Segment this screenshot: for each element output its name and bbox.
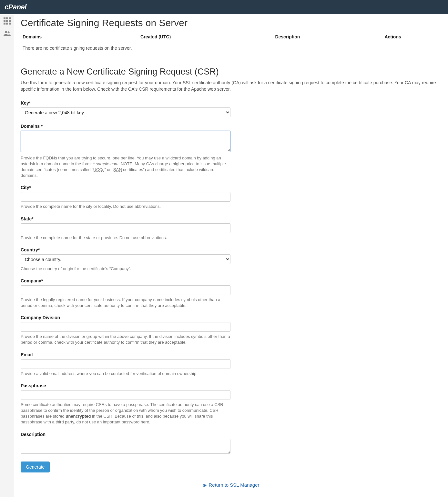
return-link-label: Return to SSL Manager bbox=[209, 482, 259, 488]
country-help: Choose the country of origin for the cer… bbox=[21, 266, 230, 272]
country-field: Country* Choose a country. Choose the co… bbox=[21, 247, 230, 272]
return-to-ssl-link[interactable]: ◉Return to SSL Manager bbox=[203, 482, 259, 488]
domains-textarea[interactable] bbox=[21, 131, 230, 152]
city-input[interactable] bbox=[21, 192, 230, 202]
email-input[interactable] bbox=[21, 359, 230, 369]
page-title: Certificate Signing Requests on Server bbox=[21, 17, 442, 28]
key-field: Key* Generate a new 2,048 bit key. bbox=[21, 100, 230, 117]
passphrase-label: Passphrase bbox=[21, 383, 230, 388]
division-label: Company Division bbox=[21, 315, 230, 320]
passphrase-field: Passphrase Some certificate authorities … bbox=[21, 383, 230, 425]
cpanel-logo-text: cPanel bbox=[5, 3, 26, 11]
key-label: Key* bbox=[21, 100, 230, 106]
company-label: Company* bbox=[21, 278, 230, 283]
state-input[interactable] bbox=[21, 223, 230, 233]
svg-point-0 bbox=[5, 31, 7, 33]
key-select[interactable]: Generate a new 2,048 bit key. bbox=[21, 107, 230, 117]
city-help: Provide the complete name for the city o… bbox=[21, 204, 230, 209]
company-field: Company* Provide the legally-registered … bbox=[21, 278, 230, 309]
division-help: Provide the name of the division or grou… bbox=[21, 334, 230, 345]
division-field: Company Division Provide the name of the… bbox=[21, 315, 230, 345]
nav-rail bbox=[0, 14, 14, 497]
state-field: State* Provide the complete name for the… bbox=[21, 216, 230, 241]
csr-empty-row: There are no certificate signing request… bbox=[21, 42, 442, 54]
domains-help: Provide the FQDNs that you are trying to… bbox=[21, 155, 230, 179]
state-help: Provide the complete name for the state … bbox=[21, 235, 230, 241]
division-input[interactable] bbox=[21, 322, 230, 332]
email-label: Email bbox=[21, 352, 230, 357]
email-help: Provide a valid email address where you … bbox=[21, 371, 230, 377]
description-label: Description bbox=[21, 432, 230, 437]
th-created: Created (UTC) bbox=[138, 32, 273, 42]
passphrase-input[interactable] bbox=[21, 390, 230, 400]
th-description: Description bbox=[273, 32, 382, 42]
generate-button[interactable]: Generate bbox=[21, 462, 50, 472]
main-content: Certificate Signing Requests on Server D… bbox=[14, 14, 448, 497]
company-input[interactable] bbox=[21, 285, 230, 295]
city-label: City* bbox=[21, 185, 230, 190]
cpanel-logo: cPanel bbox=[5, 3, 26, 11]
domains-label: Domains * bbox=[21, 124, 230, 129]
city-field: City* Provide the complete name for the … bbox=[21, 185, 230, 209]
csr-table: Domains Created (UTC) Description Action… bbox=[21, 32, 442, 54]
top-header: cPanel bbox=[0, 0, 448, 14]
country-label: Country* bbox=[21, 247, 230, 252]
svg-point-1 bbox=[7, 31, 9, 33]
th-domains: Domains bbox=[21, 32, 138, 42]
users-icon[interactable] bbox=[4, 30, 11, 38]
section-heading: Generate a New Certificate Signing Reque… bbox=[21, 67, 442, 77]
passphrase-help: Some certificate authorities may require… bbox=[21, 402, 230, 425]
th-actions: Actions bbox=[382, 32, 442, 42]
section-intro: Use this form to generate a new certific… bbox=[21, 79, 442, 93]
state-label: State* bbox=[21, 216, 230, 221]
apps-grid-icon[interactable] bbox=[4, 17, 11, 25]
description-textarea[interactable] bbox=[21, 439, 230, 454]
arrow-left-circle-icon: ◉ bbox=[203, 482, 207, 488]
return-link-row: ◉Return to SSL Manager bbox=[21, 482, 442, 488]
country-select[interactable]: Choose a country. bbox=[21, 254, 230, 264]
company-help: Provide the legally-registered name for … bbox=[21, 297, 230, 309]
description-field: Description bbox=[21, 432, 230, 455]
domains-field: Domains * Provide the FQDNs that you are… bbox=[21, 124, 230, 179]
email-field: Email Provide a valid email address wher… bbox=[21, 352, 230, 377]
